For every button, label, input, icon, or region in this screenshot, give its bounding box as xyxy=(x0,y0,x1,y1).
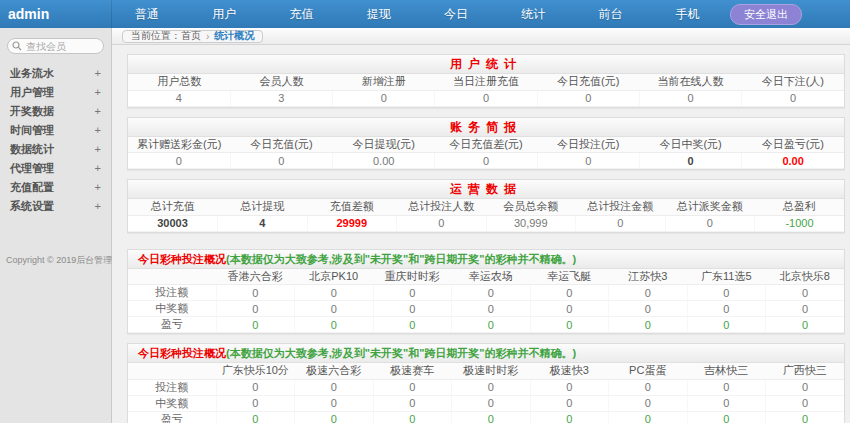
column-header: 今日提现(元) xyxy=(333,137,435,153)
panel-title-note: (本数据仅为大致参考,涉及到"未开奖"和"跨日期开奖"的彩种并不精确。) xyxy=(226,347,576,359)
table-value-row: 30003 4 29999 0 30,999 0 0 -1000 xyxy=(128,215,844,231)
sidebar-item-business-flow[interactable]: 业务流水 + xyxy=(0,64,111,83)
stat-value: 0 xyxy=(687,285,766,301)
logout-button[interactable]: 安全退出 xyxy=(730,4,802,25)
stat-value: 0 xyxy=(530,301,609,317)
sidebar-item-label: 充值配置 xyxy=(10,178,54,197)
row-label: 投注额 xyxy=(128,379,216,395)
panel-lottery-today-2: 今日彩种投注概况(本数据仅为大致参考,涉及到"未开奖"和"跨日期开奖"的彩种并不… xyxy=(127,343,845,423)
column-header: 极速六合彩 xyxy=(295,363,374,379)
stat-value: 0 xyxy=(373,317,452,333)
breadcrumb-current[interactable]: 统计概况 xyxy=(214,29,254,43)
column-header: 极速赛车 xyxy=(373,363,452,379)
stat-value: 0 xyxy=(639,153,741,169)
sidebar-item-agent-management[interactable]: 代理管理 + xyxy=(0,159,111,178)
breadcrumb-home-link[interactable]: 首页 xyxy=(181,29,201,43)
stat-value: 0 xyxy=(373,395,452,411)
column-header: 当日注册充值 xyxy=(435,74,537,90)
column-header-empty xyxy=(128,363,216,379)
stat-value: 0 xyxy=(742,90,844,106)
user-stats-table: 用户总数 会员人数 新增注册 当日注册充值 今日充值(元) 当前在线人数 今日下… xyxy=(128,74,844,107)
column-header: 广西快三 xyxy=(766,363,845,379)
expand-plus-icon: + xyxy=(95,178,101,197)
nav-item-stat-reports[interactable]: 统计报表 xyxy=(498,0,575,28)
breadcrumb: 当前位置：首页 › 统计概况 xyxy=(112,28,850,45)
stat-value-today-profit: 0.00 xyxy=(742,153,844,169)
main-nav: 普通投注 用户列表 充值记录 提现请求 今日统计 统计报表 前台缓存 手机缓存 xyxy=(112,0,730,28)
stat-value: 0 xyxy=(537,153,639,169)
stat-value: 0 xyxy=(373,411,452,423)
sidebar-item-data-stats[interactable]: 数据统计 + xyxy=(0,140,111,159)
stat-value: 0 xyxy=(373,379,452,395)
column-header: 会员总余额 xyxy=(486,199,576,215)
expand-plus-icon: + xyxy=(95,197,101,216)
stat-value: 0 xyxy=(766,379,845,395)
sidebar-item-user-management[interactable]: 用户管理 + xyxy=(0,83,111,102)
stat-value: 0 xyxy=(295,395,374,411)
nav-item-withdraw-requests[interactable]: 提现请求 xyxy=(344,0,421,28)
nav-item-mobile-cache[interactable]: 手机缓存 xyxy=(653,0,730,28)
row-label: 盈亏 xyxy=(128,411,216,423)
column-header: 累计赠送彩金(元) xyxy=(128,137,230,153)
row-label: 投注额 xyxy=(128,285,216,301)
sidebar-item-time-management[interactable]: 时间管理 + xyxy=(0,121,111,140)
row-label: 盈亏 xyxy=(128,317,216,333)
nav-item-normal-bet[interactable]: 普通投注 xyxy=(112,0,189,28)
stat-value: 0 xyxy=(295,317,374,333)
panel-title-red: 今日彩种投注概况 xyxy=(138,347,226,359)
column-header: 幸运农场 xyxy=(452,269,531,285)
lottery-table-2: 广东快乐10分 极速六合彩 极速赛车 极速时时彩 极速快3 PC蛋蛋 吉林快三 … xyxy=(128,363,844,423)
nav-item-recharge-records[interactable]: 充值记录 xyxy=(267,0,344,28)
table-row-bet-amount: 投注额 0 0 0 0 0 0 0 0 xyxy=(128,379,844,395)
expand-plus-icon: + xyxy=(95,121,101,140)
stat-value: 0 xyxy=(295,285,374,301)
column-header: PC蛋蛋 xyxy=(609,363,688,379)
chevron-right-icon: › xyxy=(206,31,209,42)
stat-value: 0 xyxy=(216,411,295,423)
column-header: 总计充值 xyxy=(128,199,218,215)
sidebar-item-recharge-config[interactable]: 充值配置 + xyxy=(0,178,111,197)
column-header: 今日盈亏(元) xyxy=(742,137,844,153)
expand-plus-icon: + xyxy=(95,140,101,159)
column-header: 香港六合彩 xyxy=(216,269,295,285)
column-header: 北京PK10 xyxy=(295,269,374,285)
search-icon xyxy=(12,41,22,51)
stat-value: 0 xyxy=(665,215,755,231)
column-header: 北京快乐8 xyxy=(766,269,845,285)
stat-value: 0 xyxy=(435,153,537,169)
stat-value: 0 xyxy=(609,395,688,411)
nav-item-front-cache[interactable]: 前台缓存 xyxy=(576,0,653,28)
breadcrumb-prefix: 当前位置： xyxy=(131,29,181,43)
column-header: 新增注册 xyxy=(333,74,435,90)
sidebar-item-label: 开奖数据 xyxy=(10,102,54,121)
stat-value: 0 xyxy=(530,379,609,395)
stat-value: 0 xyxy=(452,379,531,395)
column-header: 广东快乐10分 xyxy=(216,363,295,379)
stat-value: 0 xyxy=(687,317,766,333)
stat-value: 0 xyxy=(530,317,609,333)
panel-operation-data: 运营数据 总计充值 总计提现 充值差额 总计投注人数 会员总余额 总计投注金额 … xyxy=(127,179,845,233)
lottery-table-1: 香港六合彩 北京PK10 重庆时时彩 幸运农场 幸运飞艇 江苏快3 广东11选5… xyxy=(128,269,844,334)
column-header: 今日中奖(元) xyxy=(639,137,741,153)
stat-value-total-withdraw: 4 xyxy=(218,215,308,231)
column-header: 总计投注人数 xyxy=(397,199,487,215)
stat-value: 0 xyxy=(609,379,688,395)
stat-value: 0 xyxy=(766,411,845,423)
account-brief-table: 累计赠送彩金(元) 今日充值(元) 今日提现(元) 今日充值差(元) 今日投注(… xyxy=(128,137,844,170)
panel-operation-data-title: 运营数据 xyxy=(128,180,844,199)
stat-value: 0 xyxy=(216,285,295,301)
column-header: 重庆时时彩 xyxy=(373,269,452,285)
breadcrumb-chip: 当前位置：首页 › 统计概况 xyxy=(122,30,263,43)
column-header: 今日充值(元) xyxy=(537,74,639,90)
stat-value: 0 xyxy=(609,411,688,423)
column-header: 总计派奖金额 xyxy=(665,199,755,215)
stat-value: 0 xyxy=(530,395,609,411)
nav-item-user-list[interactable]: 用户列表 xyxy=(189,0,266,28)
stat-value: 0 xyxy=(435,90,537,106)
nav-item-today-stats[interactable]: 今日统计 xyxy=(421,0,498,28)
content-area: 当前位置：首页 › 统计概况 用户统计 用户总数 会员人数 新增注册 当日注册充… xyxy=(112,28,850,423)
sidebar-item-draw-data[interactable]: 开奖数据 + xyxy=(0,102,111,121)
sidebar-item-system-settings[interactable]: 系统设置 + xyxy=(0,197,111,216)
panel-lottery-today-1: 今日彩种投注概况(本数据仅为大致参考,涉及到"未开奖"和"跨日期开奖"的彩种并不… xyxy=(127,249,845,335)
stat-value: 0 xyxy=(452,317,531,333)
